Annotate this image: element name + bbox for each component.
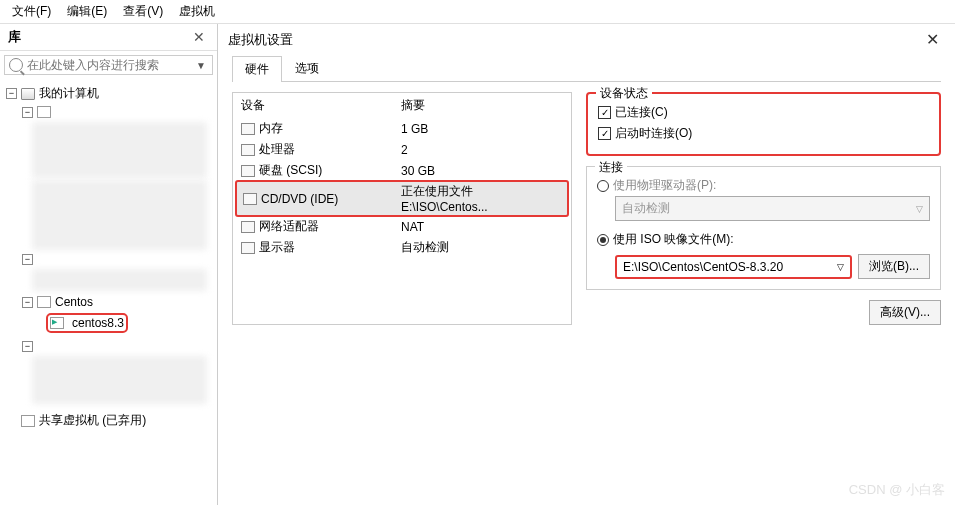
- menu-view[interactable]: 查看(V): [115, 1, 171, 22]
- collapse-icon[interactable]: −: [22, 341, 33, 352]
- centos-folder-label: Centos: [55, 295, 93, 309]
- device-status-fieldset: 设备状态 ✓ 已连接(C) ✓ 启动时连接(O): [586, 92, 941, 156]
- checkbox-connected[interactable]: ✓ 已连接(C): [598, 102, 929, 123]
- blurred-content: [32, 269, 207, 291]
- chevron-down-icon: ▽: [916, 204, 923, 214]
- menu-file[interactable]: 文件(F): [4, 1, 59, 22]
- library-sidebar: 库 ✕ ▼ − 我的计算机 − − −: [0, 24, 218, 505]
- tab-hardware[interactable]: 硬件: [232, 56, 282, 82]
- radio-icon: [597, 234, 609, 246]
- checkbox-icon: ✓: [598, 106, 611, 119]
- search-box[interactable]: ▼: [4, 55, 213, 75]
- tree-item[interactable]: −: [2, 104, 215, 120]
- col-device: 设备: [241, 97, 401, 114]
- tree-my-computer[interactable]: − 我的计算机: [2, 83, 215, 104]
- checkbox-connect-at-start[interactable]: ✓ 启动时连接(O): [598, 123, 929, 144]
- physical-drive-dropdown: 自动检测 ▽: [615, 196, 930, 221]
- checkbox-icon: ✓: [598, 127, 611, 140]
- watermark: CSDN @ 小白客: [849, 481, 945, 499]
- connection-title: 连接: [595, 159, 627, 176]
- cd-icon: [243, 193, 257, 205]
- folder-icon: [37, 296, 51, 308]
- vm-settings-dialog: 虚拟机设置 ✕ 硬件 选项 设备 摘要 内存 1 GB 处理器 2: [218, 24, 955, 505]
- tree-centos-vm[interactable]: centos8.3: [2, 311, 215, 335]
- search-input[interactable]: [27, 58, 194, 72]
- close-icon[interactable]: ✕: [920, 30, 945, 49]
- search-icon: [9, 58, 23, 72]
- device-row-disk[interactable]: 硬盘 (SCSI) 30 GB: [233, 160, 571, 181]
- network-icon: [241, 221, 255, 233]
- processor-icon: [241, 144, 255, 156]
- menu-vm[interactable]: 虚拟机: [171, 1, 223, 22]
- disk-icon: [241, 165, 255, 177]
- folder-icon: [21, 415, 35, 427]
- display-icon: [241, 242, 255, 254]
- collapse-icon[interactable]: −: [22, 297, 33, 308]
- dialog-title: 虚拟机设置: [228, 31, 920, 49]
- collapse-icon[interactable]: −: [6, 88, 17, 99]
- computer-icon: [21, 88, 35, 100]
- tree-item[interactable]: −: [2, 339, 215, 354]
- tree-item[interactable]: −: [2, 252, 215, 267]
- device-row-display[interactable]: 显示器 自动检测: [233, 237, 571, 258]
- collapse-icon[interactable]: −: [22, 107, 33, 118]
- device-row-cddvd[interactable]: CD/DVD (IDE) 正在使用文件 E:\ISO\Centos...: [235, 180, 569, 217]
- device-list: 设备 摘要 内存 1 GB 处理器 2 硬盘 (SCSI) 30 GB CD/D…: [232, 92, 572, 325]
- vm-icon: [50, 317, 64, 329]
- device-row-network[interactable]: 网络适配器 NAT: [233, 216, 571, 237]
- blurred-content: [32, 122, 207, 178]
- connection-fieldset: 连接 使用物理驱动器(P): 自动检测 ▽ 使用 ISO 映像文件(M):: [586, 166, 941, 290]
- tree-shared-vm[interactable]: 共享虚拟机 (已弃用): [2, 410, 215, 431]
- radio-physical-drive[interactable]: 使用物理驱动器(P):: [597, 175, 930, 196]
- library-title: 库: [8, 28, 189, 46]
- tab-options[interactable]: 选项: [282, 55, 332, 81]
- radio-icon: [597, 180, 609, 192]
- iso-path-dropdown[interactable]: E:\ISO\Centos\CentOS-8.3.20 ▽: [615, 255, 852, 279]
- device-row-memory[interactable]: 内存 1 GB: [233, 118, 571, 139]
- menu-edit[interactable]: 编辑(E): [59, 1, 115, 22]
- blurred-content: [32, 180, 207, 250]
- advanced-button[interactable]: 高级(V)...: [869, 300, 941, 325]
- chevron-down-icon: ▽: [837, 262, 844, 272]
- tree-centos-folder[interactable]: − Centos: [2, 293, 215, 311]
- col-summary: 摘要: [401, 97, 425, 114]
- centos-vm-label: centos8.3: [72, 316, 124, 330]
- collapse-icon[interactable]: −: [22, 254, 33, 265]
- vm-tree: − 我的计算机 − − − Centos cento: [0, 79, 217, 505]
- blurred-content: [32, 356, 207, 404]
- device-row-processor[interactable]: 处理器 2: [233, 139, 571, 160]
- radio-use-iso[interactable]: 使用 ISO 映像文件(M):: [597, 229, 930, 250]
- chevron-down-icon[interactable]: ▼: [194, 60, 208, 71]
- close-icon[interactable]: ✕: [189, 29, 209, 45]
- device-detail-panel: 设备状态 ✓ 已连接(C) ✓ 启动时连接(O) 连接 使用物理驱动器(P):: [586, 92, 941, 325]
- folder-icon: [37, 106, 51, 118]
- status-title: 设备状态: [596, 85, 652, 102]
- browse-button[interactable]: 浏览(B)...: [858, 254, 930, 279]
- my-computer-label: 我的计算机: [39, 85, 99, 102]
- shared-vm-label: 共享虚拟机 (已弃用): [39, 412, 146, 429]
- memory-icon: [241, 123, 255, 135]
